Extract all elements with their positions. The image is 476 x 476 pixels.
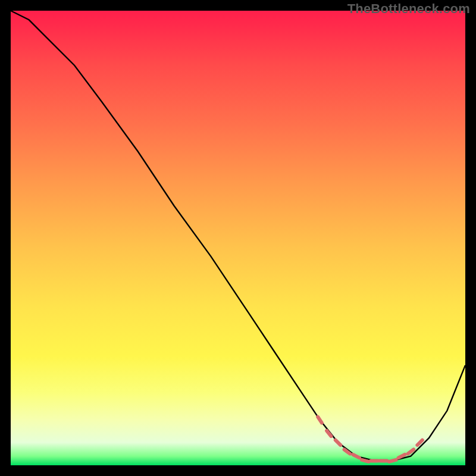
flat-marker xyxy=(327,431,331,436)
chart-plot-area xyxy=(11,11,465,465)
chart-frame: TheBottleneck.com xyxy=(0,0,476,476)
chart-overlay-svg xyxy=(11,11,465,465)
flat-marker xyxy=(362,460,369,462)
watermark-text: TheBottleneck.com xyxy=(347,1,470,17)
flat-marker xyxy=(353,455,359,458)
flat-region-markers xyxy=(318,417,422,462)
bottleneck-curve xyxy=(11,11,465,461)
flat-marker xyxy=(336,440,341,445)
flat-marker xyxy=(318,417,322,423)
flat-marker xyxy=(408,450,414,454)
flat-marker xyxy=(389,460,396,462)
flat-marker xyxy=(417,440,422,445)
